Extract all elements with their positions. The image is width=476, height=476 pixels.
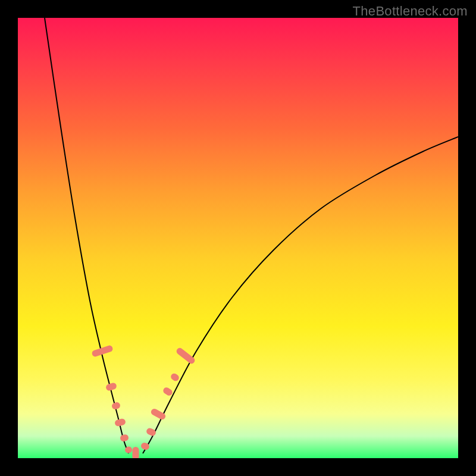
- data-bead: [105, 382, 118, 392]
- left-branch-curve: [45, 18, 129, 453]
- chart-svg: [18, 18, 458, 458]
- data-bead: [162, 386, 173, 397]
- right-branch-curve: [143, 137, 458, 453]
- data-bead: [120, 434, 129, 442]
- bead-group: [91, 345, 196, 458]
- chart-area: [18, 18, 458, 458]
- watermark-text: TheBottleneck.com: [353, 4, 468, 19]
- data-bead: [114, 418, 126, 427]
- data-bead: [133, 447, 139, 458]
- data-bead: [170, 372, 180, 383]
- data-bead: [145, 427, 156, 437]
- data-bead: [111, 402, 121, 410]
- data-bead: [150, 408, 167, 421]
